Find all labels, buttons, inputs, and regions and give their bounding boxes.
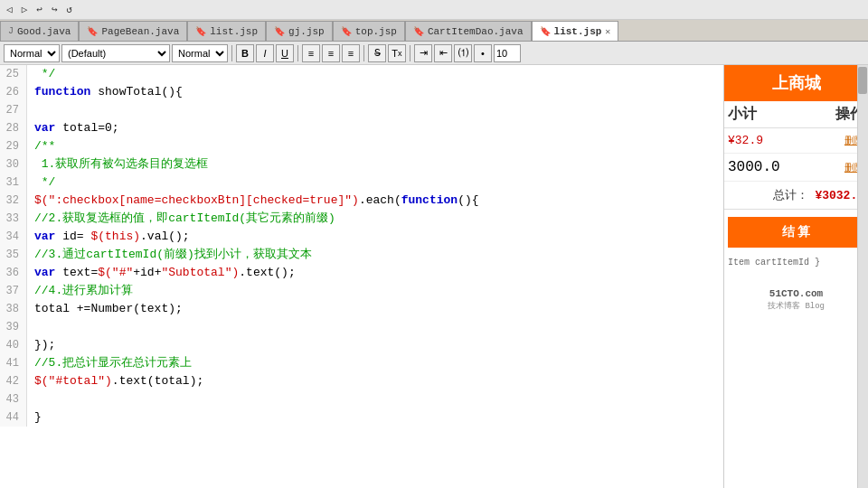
superscript-button[interactable]: Tx: [388, 44, 406, 62]
line-content[interactable]: [27, 101, 723, 119]
strikethrough-button[interactable]: S̶: [368, 44, 386, 62]
line-number: 30: [0, 155, 27, 174]
checkout-button[interactable]: 结 算: [728, 217, 864, 248]
toolbar-btn-undo[interactable]: ↩: [33, 3, 45, 16]
tab-icon-list2: 🔖: [540, 26, 551, 37]
top-toolbar: ◁ ▷ ↩ ↪ ↺: [0, 0, 868, 20]
line-content[interactable]: [27, 390, 723, 408]
tab-close-list2[interactable]: ✕: [605, 26, 610, 37]
line-content[interactable]: var id= $(this).val();: [27, 228, 723, 246]
italic-button[interactable]: I: [256, 44, 274, 62]
tab-label-pagebean: PageBean.java: [101, 26, 179, 37]
line-content[interactable]: //4.进行累加计算: [27, 282, 723, 300]
footer-text: Item cartItemId }: [728, 257, 864, 269]
toolbar-btn-back[interactable]: ◁: [4, 3, 15, 16]
line-content[interactable]: var text=$("#"+id+"Subtotal").text();: [27, 264, 723, 282]
format-toolbar: Normal (Default) Normal B I U ≡ ≡ ≡ S̶ T…: [0, 42, 868, 65]
tab-label-list2: list.jsp: [554, 26, 602, 37]
line-number: 28: [0, 119, 27, 137]
bold-button[interactable]: B: [236, 44, 254, 62]
line-content[interactable]: /**: [27, 137, 723, 155]
separator-3: [363, 45, 364, 61]
align-center-button[interactable]: ≡: [322, 44, 340, 62]
cart-item-row-1: ¥32.9 删除: [724, 128, 868, 154]
line-number: 35: [0, 246, 27, 264]
tab-pagebean[interactable]: 🔖 PageBean.java: [79, 21, 187, 41]
right-panel: 上商城 小计 操作 ¥32.9 删除 3000.0 删除 总计： ¥3032.9…: [723, 65, 868, 488]
tab-label-list1: list.jsp: [210, 26, 258, 37]
tab-top[interactable]: 🔖 top.jsp: [333, 21, 405, 41]
line-content[interactable]: function showTotal(){: [27, 83, 723, 101]
table-row: 37 //4.进行累加计算: [0, 282, 723, 300]
list-ordered-button[interactable]: ⑴: [454, 44, 472, 62]
size-select[interactable]: Normal: [172, 44, 228, 62]
tab-good[interactable]: J Good.java: [0, 21, 79, 41]
code-editor[interactable]: 25 */ 26 function showTotal(){ 27 28 var…: [0, 65, 723, 488]
scrollbar-vertical[interactable]: [857, 65, 868, 488]
line-number: 33: [0, 210, 27, 228]
line-content[interactable]: 1.获取所有被勾选条目的复选框: [27, 155, 723, 174]
font-size-input[interactable]: [494, 44, 521, 62]
line-content[interactable]: //3.通过cartItemId(前缀)找到小计，获取其文本: [27, 246, 723, 264]
line-content[interactable]: //5.把总计显示在总计元素上: [27, 354, 723, 372]
main-area: 25 */ 26 function showTotal(){ 27 28 var…: [0, 65, 868, 488]
indent-button[interactable]: ⇥: [414, 44, 432, 62]
table-row: 38 total +=Number(text);: [0, 300, 723, 318]
table-row: 36 var text=$("#"+id+"Subtotal").text();: [0, 264, 723, 282]
table-row: 43: [0, 390, 723, 408]
tab-icon-top: 🔖: [341, 26, 352, 37]
line-number: 44: [0, 408, 27, 427]
table-row: 42 $("#total").text(total);: [0, 372, 723, 390]
cart-item-row-2: 3000.0 删除: [724, 154, 868, 182]
toolbar-btn-redo[interactable]: ↪: [49, 3, 61, 16]
line-content[interactable]: $("#total").text(total);: [27, 372, 723, 390]
line-number: 37: [0, 282, 27, 300]
line-number: 36: [0, 264, 27, 282]
table-row: 31 */: [0, 174, 723, 192]
align-left-button[interactable]: ≡: [302, 44, 320, 62]
align-right-button[interactable]: ≡: [342, 44, 360, 62]
tab-bar: J Good.java 🔖 PageBean.java 🔖 list.jsp 🔖…: [0, 20, 868, 42]
line-number: 29: [0, 137, 27, 155]
tab-list2[interactable]: 🔖 list.jsp ✕: [532, 21, 619, 41]
line-number: 41: [0, 354, 27, 372]
separator-1: [231, 45, 232, 61]
line-number: 25: [0, 65, 27, 83]
table-row: 35 //3.通过cartItemId(前缀)找到小计，获取其文本: [0, 246, 723, 264]
table-row: 27: [0, 101, 723, 119]
style-select[interactable]: Normal: [4, 44, 60, 62]
outdent-button[interactable]: ⇤: [434, 44, 452, 62]
line-number: 39: [0, 318, 27, 336]
toolbar-btn-forward[interactable]: ▷: [19, 3, 31, 16]
table-row: 32 $(":checkbox[name=checkboxBtn][checke…: [0, 192, 723, 210]
total-area: 总计： ¥3032.9: [724, 182, 868, 210]
line-content[interactable]: //2.获取复选框的值，即cartItemId(其它元素的前缀): [27, 210, 723, 228]
scrollbar-thumb[interactable]: [858, 67, 867, 94]
tab-label-gj: gj.jsp: [288, 26, 325, 37]
line-content[interactable]: */: [27, 65, 723, 83]
line-number: 42: [0, 372, 27, 390]
table-row: 29 /**: [0, 137, 723, 155]
line-content[interactable]: total +=Number(text);: [27, 300, 723, 318]
tab-cartitemdao[interactable]: 🔖 CartItemDao.java: [405, 21, 532, 41]
line-content[interactable]: }: [27, 408, 723, 427]
line-content[interactable]: $(":checkbox[name=checkboxBtn][checked=t…: [27, 192, 723, 210]
tab-gj[interactable]: 🔖 gj.jsp: [266, 21, 333, 41]
line-content[interactable]: */: [27, 174, 723, 192]
line-content[interactable]: [27, 318, 723, 336]
tab-icon-list1: 🔖: [195, 26, 206, 37]
tab-list1[interactable]: 🔖 list.jsp: [187, 21, 266, 41]
shop-header: 上商城: [724, 65, 868, 101]
line-content[interactable]: });: [27, 336, 723, 354]
table-row: 39: [0, 318, 723, 336]
line-content[interactable]: var total=0;: [27, 119, 723, 137]
font-select[interactable]: (Default): [61, 44, 170, 62]
list-unordered-button[interactable]: •: [474, 44, 492, 62]
right-column-headers: 小计 操作: [724, 101, 868, 128]
toolbar-btn-refresh[interactable]: ↺: [64, 3, 76, 16]
line-number: 38: [0, 300, 27, 318]
tab-label-good: Good.java: [17, 26, 71, 37]
tab-label-top: top.jsp: [355, 26, 397, 37]
underline-button[interactable]: U: [276, 44, 294, 62]
table-row: 40 });: [0, 336, 723, 354]
